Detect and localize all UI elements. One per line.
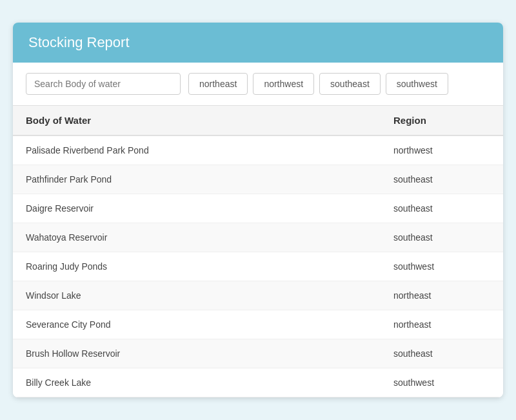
table-body: Palisade Riverbend Park PondnorthwestPat… bbox=[13, 135, 503, 397]
table-row: Palisade Riverbend Park Pondnorthwest bbox=[13, 135, 503, 165]
table-row: Roaring Judy Pondssouthwest bbox=[13, 252, 503, 281]
cell-body-of-water-4: Roaring Judy Ponds bbox=[13, 252, 381, 281]
table-row: Billy Creek Lakesouthwest bbox=[13, 368, 503, 397]
table-row: Daigre Reservoirsoutheast bbox=[13, 194, 503, 223]
table-row: Pathfinder Park Pondsoutheast bbox=[13, 165, 503, 194]
cell-region-8: southwest bbox=[381, 368, 503, 397]
cell-body-of-water-1: Pathfinder Park Pond bbox=[13, 165, 381, 194]
filter-btn-southeast[interactable]: southeast bbox=[319, 73, 381, 95]
cell-region-7: southeast bbox=[381, 339, 503, 368]
search-input[interactable] bbox=[26, 73, 181, 95]
controls-bar: northeastnorthwestsoutheastsouthwest bbox=[13, 63, 503, 106]
cell-region-3: southeast bbox=[381, 223, 503, 252]
cell-body-of-water-7: Brush Hollow Reservoir bbox=[13, 339, 381, 368]
cell-body-of-water-0: Palisade Riverbend Park Pond bbox=[13, 135, 381, 165]
page-title: Stocking Report bbox=[28, 34, 130, 50]
cell-body-of-water-5: Windsor Lake bbox=[13, 281, 381, 310]
th-body_of_water: Body of Water bbox=[13, 106, 381, 135]
cell-region-2: southeast bbox=[381, 194, 503, 223]
table-container: Body of WaterRegion Palisade Riverbend P… bbox=[13, 106, 503, 397]
stocking-table: Body of WaterRegion Palisade Riverbend P… bbox=[13, 106, 503, 397]
cell-body-of-water-3: Wahatoya Reservoir bbox=[13, 223, 381, 252]
cell-body-of-water-6: Severance City Pond bbox=[13, 310, 381, 339]
cell-body-of-water-8: Billy Creek Lake bbox=[13, 368, 381, 397]
cell-region-0: northwest bbox=[381, 135, 503, 165]
cell-region-6: northeast bbox=[381, 310, 503, 339]
table-row: Brush Hollow Reservoirsoutheast bbox=[13, 339, 503, 368]
cell-region-4: southwest bbox=[381, 252, 503, 281]
table-row: Windsor Lakenortheast bbox=[13, 281, 503, 310]
filter-btn-southwest[interactable]: southwest bbox=[386, 73, 448, 95]
table-header-row: Body of WaterRegion bbox=[13, 106, 503, 135]
header: Stocking Report bbox=[13, 23, 503, 63]
table-row: Severance City Pondnortheast bbox=[13, 310, 503, 339]
cell-region-5: northeast bbox=[381, 281, 503, 310]
table-header: Body of WaterRegion bbox=[13, 106, 503, 135]
cell-region-1: southeast bbox=[381, 165, 503, 194]
table-row: Wahatoya Reservoirsoutheast bbox=[13, 223, 503, 252]
cell-body-of-water-2: Daigre Reservoir bbox=[13, 194, 381, 223]
filter-btn-northwest[interactable]: northwest bbox=[253, 73, 314, 95]
th-region: Region bbox=[381, 106, 503, 135]
filter-btn-northeast[interactable]: northeast bbox=[188, 73, 248, 95]
filter-buttons: northeastnorthwestsoutheastsouthwest bbox=[188, 73, 448, 95]
main-card: Stocking Report northeastnorthwestsouthe… bbox=[13, 23, 503, 397]
